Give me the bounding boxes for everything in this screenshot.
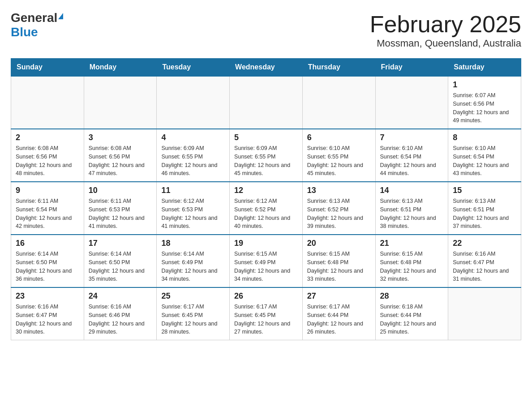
calendar-cell (230, 76, 303, 129)
weekday-header-saturday: Saturday (448, 59, 521, 77)
calendar-cell: 1Sunrise: 6:07 AM Sunset: 6:56 PM Daylig… (448, 76, 521, 129)
day-number: 1 (453, 80, 516, 90)
calendar-cell: 25Sunrise: 6:17 AM Sunset: 6:45 PM Dayli… (157, 287, 230, 340)
day-info: Sunrise: 6:12 AM Sunset: 6:53 PM Dayligh… (161, 197, 225, 231)
page-header: General Blue February 2025 Mossman, Quee… (11, 11, 521, 49)
day-info: Sunrise: 6:14 AM Sunset: 6:49 PM Dayligh… (161, 250, 225, 283)
calendar-cell: 12Sunrise: 6:12 AM Sunset: 6:52 PM Dayli… (230, 182, 303, 235)
day-info: Sunrise: 6:08 AM Sunset: 6:56 PM Dayligh… (16, 144, 79, 178)
day-info: Sunrise: 6:17 AM Sunset: 6:44 PM Dayligh… (307, 303, 371, 336)
calendar-cell (375, 76, 448, 129)
day-info: Sunrise: 6:16 AM Sunset: 6:47 PM Dayligh… (453, 250, 516, 283)
calendar-cell: 3Sunrise: 6:08 AM Sunset: 6:56 PM Daylig… (84, 129, 157, 182)
calendar-table: SundayMondayTuesdayWednesdayThursdayFrid… (11, 58, 521, 340)
calendar-cell: 28Sunrise: 6:18 AM Sunset: 6:44 PM Dayli… (375, 287, 448, 340)
calendar-cell: 7Sunrise: 6:10 AM Sunset: 6:54 PM Daylig… (375, 129, 448, 182)
day-number: 14 (380, 186, 444, 195)
day-info: Sunrise: 6:15 AM Sunset: 6:48 PM Dayligh… (307, 250, 371, 283)
weekday-header-friday: Friday (375, 59, 448, 77)
calendar-cell (157, 76, 230, 129)
calendar-week-5: 23Sunrise: 6:16 AM Sunset: 6:47 PM Dayli… (11, 287, 521, 340)
calendar-cell: 16Sunrise: 6:14 AM Sunset: 6:50 PM Dayli… (11, 235, 84, 287)
day-info: Sunrise: 6:15 AM Sunset: 6:48 PM Dayligh… (380, 250, 444, 283)
calendar-cell: 15Sunrise: 6:13 AM Sunset: 6:51 PM Dayli… (448, 182, 521, 235)
day-info: Sunrise: 6:14 AM Sunset: 6:50 PM Dayligh… (89, 250, 152, 283)
day-info: Sunrise: 6:16 AM Sunset: 6:47 PM Dayligh… (16, 303, 79, 336)
day-number: 19 (234, 239, 298, 248)
calendar-week-2: 2Sunrise: 6:08 AM Sunset: 6:56 PM Daylig… (11, 129, 521, 182)
day-info: Sunrise: 6:10 AM Sunset: 6:55 PM Dayligh… (307, 144, 371, 178)
day-number: 17 (89, 239, 152, 248)
day-number: 2 (16, 133, 79, 142)
calendar-cell: 27Sunrise: 6:17 AM Sunset: 6:44 PM Dayli… (302, 287, 375, 340)
day-info: Sunrise: 6:10 AM Sunset: 6:54 PM Dayligh… (380, 144, 444, 178)
day-info: Sunrise: 6:13 AM Sunset: 6:52 PM Dayligh… (307, 197, 371, 231)
day-info: Sunrise: 6:09 AM Sunset: 6:55 PM Dayligh… (161, 144, 225, 178)
calendar-week-4: 16Sunrise: 6:14 AM Sunset: 6:50 PM Dayli… (11, 235, 521, 287)
day-info: Sunrise: 6:09 AM Sunset: 6:55 PM Dayligh… (234, 144, 298, 178)
calendar-cell: 11Sunrise: 6:12 AM Sunset: 6:53 PM Dayli… (157, 182, 230, 235)
calendar-cell: 20Sunrise: 6:15 AM Sunset: 6:48 PM Dayli… (302, 235, 375, 287)
weekday-header-thursday: Thursday (302, 59, 375, 77)
calendar-cell: 6Sunrise: 6:10 AM Sunset: 6:55 PM Daylig… (302, 129, 375, 182)
weekday-header-row: SundayMondayTuesdayWednesdayThursdayFrid… (11, 59, 521, 77)
day-number: 28 (380, 291, 444, 301)
day-number: 11 (161, 186, 225, 195)
calendar-cell: 8Sunrise: 6:10 AM Sunset: 6:54 PM Daylig… (448, 129, 521, 182)
day-info: Sunrise: 6:07 AM Sunset: 6:56 PM Dayligh… (453, 91, 516, 125)
calendar-cell: 2Sunrise: 6:08 AM Sunset: 6:56 PM Daylig… (11, 129, 84, 182)
day-info: Sunrise: 6:11 AM Sunset: 6:54 PM Dayligh… (16, 197, 79, 231)
day-number: 4 (161, 133, 225, 142)
weekday-header-monday: Monday (84, 59, 157, 77)
day-number: 22 (453, 239, 516, 248)
weekday-header-tuesday: Tuesday (157, 59, 230, 77)
day-number: 27 (307, 291, 371, 301)
day-info: Sunrise: 6:14 AM Sunset: 6:50 PM Dayligh… (16, 250, 79, 283)
calendar-cell (448, 287, 521, 340)
calendar-cell: 18Sunrise: 6:14 AM Sunset: 6:49 PM Dayli… (157, 235, 230, 287)
logo: General Blue (11, 11, 63, 39)
day-info: Sunrise: 6:10 AM Sunset: 6:54 PM Dayligh… (453, 144, 516, 178)
logo-arrow-icon (58, 13, 63, 19)
day-number: 6 (307, 133, 371, 142)
day-number: 20 (307, 239, 371, 248)
calendar-cell: 24Sunrise: 6:16 AM Sunset: 6:46 PM Dayli… (84, 287, 157, 340)
day-number: 25 (161, 291, 225, 301)
calendar-cell: 13Sunrise: 6:13 AM Sunset: 6:52 PM Dayli… (302, 182, 375, 235)
calendar-cell: 14Sunrise: 6:13 AM Sunset: 6:51 PM Dayli… (375, 182, 448, 235)
logo-general-text: General (11, 11, 57, 25)
calendar-cell (11, 76, 84, 129)
logo-blue-text: Blue (11, 25, 38, 39)
calendar-cell: 17Sunrise: 6:14 AM Sunset: 6:50 PM Dayli… (84, 235, 157, 287)
day-number: 9 (16, 186, 79, 195)
day-info: Sunrise: 6:08 AM Sunset: 6:56 PM Dayligh… (89, 144, 152, 178)
calendar-cell: 10Sunrise: 6:11 AM Sunset: 6:53 PM Dayli… (84, 182, 157, 235)
calendar-cell: 21Sunrise: 6:15 AM Sunset: 6:48 PM Dayli… (375, 235, 448, 287)
calendar-cell: 22Sunrise: 6:16 AM Sunset: 6:47 PM Dayli… (448, 235, 521, 287)
day-info: Sunrise: 6:17 AM Sunset: 6:45 PM Dayligh… (161, 303, 225, 336)
calendar-cell: 26Sunrise: 6:17 AM Sunset: 6:45 PM Dayli… (230, 287, 303, 340)
day-info: Sunrise: 6:13 AM Sunset: 6:51 PM Dayligh… (453, 197, 516, 231)
calendar-cell (302, 76, 375, 129)
calendar-title: February 2025 (370, 11, 521, 38)
day-number: 12 (234, 186, 298, 195)
day-number: 26 (234, 291, 298, 301)
day-number: 13 (307, 186, 371, 195)
day-info: Sunrise: 6:15 AM Sunset: 6:49 PM Dayligh… (234, 250, 298, 283)
day-number: 21 (380, 239, 444, 248)
day-info: Sunrise: 6:16 AM Sunset: 6:46 PM Dayligh… (89, 303, 152, 336)
day-info: Sunrise: 6:12 AM Sunset: 6:52 PM Dayligh… (234, 197, 298, 231)
calendar-cell: 23Sunrise: 6:16 AM Sunset: 6:47 PM Dayli… (11, 287, 84, 340)
day-info: Sunrise: 6:11 AM Sunset: 6:53 PM Dayligh… (89, 197, 152, 231)
weekday-header-wednesday: Wednesday (230, 59, 303, 77)
calendar-cell: 5Sunrise: 6:09 AM Sunset: 6:55 PM Daylig… (230, 129, 303, 182)
calendar-cell: 19Sunrise: 6:15 AM Sunset: 6:49 PM Dayli… (230, 235, 303, 287)
day-info: Sunrise: 6:17 AM Sunset: 6:45 PM Dayligh… (234, 303, 298, 336)
day-number: 16 (16, 239, 79, 248)
calendar-cell: 4Sunrise: 6:09 AM Sunset: 6:55 PM Daylig… (157, 129, 230, 182)
day-number: 24 (89, 291, 152, 301)
calendar-subtitle: Mossman, Queensland, Australia (370, 38, 521, 49)
day-number: 8 (453, 133, 516, 142)
calendar-cell: 9Sunrise: 6:11 AM Sunset: 6:54 PM Daylig… (11, 182, 84, 235)
day-info: Sunrise: 6:13 AM Sunset: 6:51 PM Dayligh… (380, 197, 444, 231)
